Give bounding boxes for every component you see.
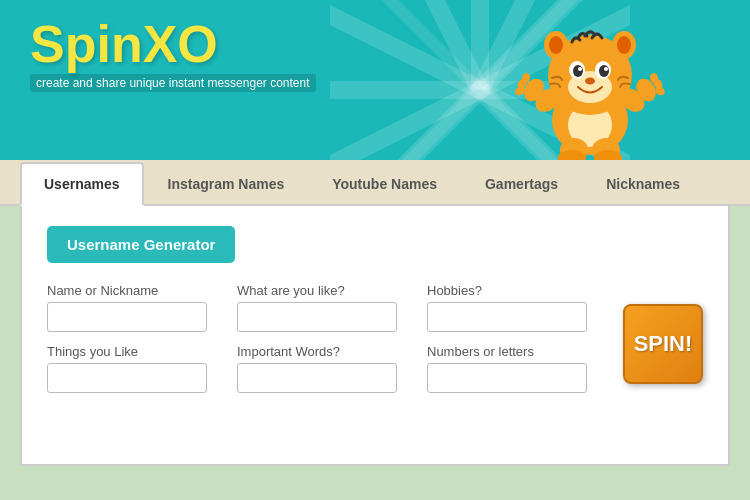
field-name-nickname: Name or Nickname [47, 283, 207, 332]
svg-point-36 [585, 78, 595, 85]
svg-point-33 [599, 65, 609, 77]
input-hobbies[interactable] [427, 302, 587, 332]
input-name-nickname[interactable] [47, 302, 207, 332]
label-what-like: What are you like? [237, 283, 397, 298]
tab-nicknames[interactable]: Nicknames [582, 162, 704, 206]
logo-spin: Spin [30, 15, 143, 73]
input-numbers-letters[interactable] [427, 363, 587, 393]
label-hobbies: Hobbies? [427, 283, 587, 298]
tiger-mascot [510, 0, 670, 160]
logo-xo: XO [143, 15, 218, 73]
header: SpinXO create and share unique instant m… [0, 0, 750, 160]
tab-gamertags[interactable]: Gamertags [461, 162, 582, 206]
svg-point-38 [549, 36, 563, 54]
svg-point-32 [573, 65, 583, 77]
svg-point-40 [617, 36, 631, 54]
tabs-nav: Usernames Instagram Names Youtube Names … [0, 160, 750, 206]
field-numbers-letters: Numbers or letters [427, 344, 587, 393]
main-content: Username Generator Name or Nickname What… [20, 206, 730, 466]
label-name-nickname: Name or Nickname [47, 283, 207, 298]
input-what-like[interactable] [237, 302, 397, 332]
logo-text: SpinXO [30, 18, 316, 70]
spin-button[interactable]: SPIN! [623, 304, 703, 384]
label-important-words: Important Words? [237, 344, 397, 359]
form-row-2: Things you Like Important Words? Numbers… [47, 344, 613, 393]
tab-usernames[interactable]: Usernames [20, 162, 144, 206]
input-important-words[interactable] [237, 363, 397, 393]
field-hobbies: Hobbies? [427, 283, 587, 332]
svg-point-34 [578, 67, 582, 71]
logo-tagline: create and share unique instant messenge… [30, 74, 316, 92]
field-things-like: Things you Like [47, 344, 207, 393]
field-important-words: Important Words? [237, 344, 397, 393]
form-row-1: Name or Nickname What are you like? Hobb… [47, 283, 613, 332]
form-fields: Name or Nickname What are you like? Hobb… [47, 283, 613, 405]
generator-form: Name or Nickname What are you like? Hobb… [47, 283, 703, 405]
svg-point-35 [604, 67, 608, 71]
label-numbers-letters: Numbers or letters [427, 344, 587, 359]
field-what-like: What are you like? [237, 283, 397, 332]
tab-youtube[interactable]: Youtube Names [308, 162, 461, 206]
label-things-like: Things you Like [47, 344, 207, 359]
username-generator-button[interactable]: Username Generator [47, 226, 235, 263]
logo[interactable]: SpinXO create and share unique instant m… [30, 18, 316, 92]
tab-instagram[interactable]: Instagram Names [144, 162, 309, 206]
input-things-like[interactable] [47, 363, 207, 393]
